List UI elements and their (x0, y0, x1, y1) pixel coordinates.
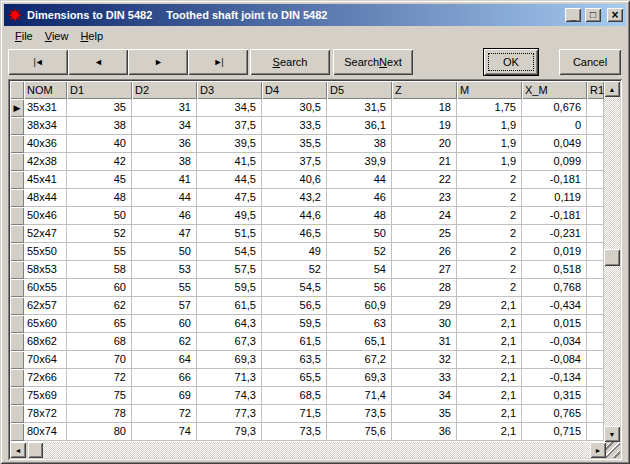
grid-cell[interactable]: 37,5 (262, 153, 327, 171)
row-indicator[interactable] (10, 189, 24, 207)
grid-cell[interactable]: 2 (457, 171, 522, 189)
grid-cell[interactable]: 2,1 (457, 369, 522, 387)
grid-cell[interactable]: 57 (132, 297, 197, 315)
column-header-M[interactable]: M (457, 81, 522, 99)
grid-cell[interactable]: 2,1 (457, 423, 522, 441)
column-header-NOM[interactable]: NOM (24, 81, 67, 99)
grid-cell[interactable]: 38 (327, 135, 392, 153)
grid-cell[interactable]: 38 (132, 153, 197, 171)
grid-cell[interactable]: 45 (67, 171, 132, 189)
grid-cell[interactable]: 60 (132, 315, 197, 333)
grid-cell[interactable]: 61,5 (262, 333, 327, 351)
grid-cell[interactable]: 50 (327, 225, 392, 243)
grid-cell[interactable]: 18 (392, 99, 457, 117)
grid-cell[interactable]: -0,181 (522, 171, 587, 189)
grid-cell[interactable]: -0,084 (522, 351, 587, 369)
ok-button[interactable]: OK (483, 48, 539, 76)
grid-cell[interactable]: 74 (132, 423, 197, 441)
grid-cell[interactable]: 54,5 (197, 243, 262, 261)
grid-cell[interactable]: 68x62 (24, 333, 67, 351)
row-indicator[interactable] (10, 351, 24, 369)
grid-cell[interactable]: 75x69 (24, 387, 67, 405)
grid-cell[interactable]: 20 (392, 135, 457, 153)
column-header-D5[interactable]: D5 (327, 81, 392, 99)
grid-cell[interactable]: 40,6 (262, 171, 327, 189)
grid-cell[interactable]: 30,5 (262, 99, 327, 117)
grid-cell[interactable]: 71,3 (197, 369, 262, 387)
row-indicator[interactable] (10, 387, 24, 405)
grid-cell[interactable]: 2 (457, 261, 522, 279)
grid-cell[interactable] (587, 279, 604, 297)
grid-cell[interactable] (587, 135, 604, 153)
column-header-D2[interactable]: D2 (132, 81, 197, 99)
grid-cell[interactable]: 62x57 (24, 297, 67, 315)
grid-cell[interactable]: 26 (392, 243, 457, 261)
search-button[interactable]: Search (250, 49, 330, 75)
grid-cell[interactable]: 34 (392, 387, 457, 405)
grid-cell[interactable]: 41 (132, 171, 197, 189)
grid-cell[interactable]: 37,5 (197, 117, 262, 135)
grid-cell[interactable]: 0,676 (522, 99, 587, 117)
grid-cell[interactable]: 60,9 (327, 297, 392, 315)
row-indicator[interactable] (10, 261, 24, 279)
title-bar[interactable]: Dimensions to DIN 5482 Toothed shaft joi… (4, 4, 626, 26)
grid-cell[interactable]: 52 (327, 243, 392, 261)
row-indicator[interactable] (10, 117, 24, 135)
grid-cell[interactable] (587, 225, 604, 243)
grid-cell[interactable]: 70 (67, 351, 132, 369)
grid-cell[interactable]: 36,1 (327, 117, 392, 135)
grid-cell[interactable]: 24 (392, 207, 457, 225)
grid-cell[interactable]: -0,134 (522, 369, 587, 387)
grid-cell[interactable]: 66 (132, 369, 197, 387)
grid-cell[interactable]: 0 (522, 117, 587, 135)
grid-cell[interactable]: 68 (67, 333, 132, 351)
grid-cell[interactable]: 77,3 (197, 405, 262, 423)
grid-cell[interactable]: 55 (132, 279, 197, 297)
grid-cell[interactable]: 2,1 (457, 405, 522, 423)
grid-cell[interactable]: 29 (392, 297, 457, 315)
grid-cell[interactable] (587, 387, 604, 405)
grid-cell[interactable]: 21 (392, 153, 457, 171)
grid-cell[interactable]: 72 (132, 405, 197, 423)
grid-cell[interactable]: 78 (67, 405, 132, 423)
grid-cell[interactable]: 75,6 (327, 423, 392, 441)
grid-cell[interactable]: 0,049 (522, 135, 587, 153)
grid-cell[interactable]: 35x31 (24, 99, 67, 117)
horizontal-scroll-track[interactable] (43, 442, 590, 458)
grid-cell[interactable]: 50x46 (24, 207, 67, 225)
grid-cell[interactable]: 56,5 (262, 297, 327, 315)
grid-cell[interactable]: 59,5 (197, 279, 262, 297)
grid-cell[interactable]: 38 (67, 117, 132, 135)
grid-cell[interactable]: 63 (327, 315, 392, 333)
row-indicator[interactable] (10, 423, 24, 441)
grid-cell[interactable] (587, 423, 604, 441)
grid-cell[interactable] (587, 117, 604, 135)
grid-cell[interactable]: 50 (132, 243, 197, 261)
scroll-left-button[interactable]: ◄ (10, 442, 26, 458)
grid-cell[interactable]: 36 (392, 423, 457, 441)
grid-cell[interactable]: 1,9 (457, 153, 522, 171)
minimize-button[interactable]: _ (565, 8, 581, 22)
resize-grip[interactable] (606, 442, 620, 458)
grid-cell[interactable]: 56 (327, 279, 392, 297)
column-header-X_M[interactable]: X_M (522, 81, 587, 99)
grid-cell[interactable]: 48x44 (24, 189, 67, 207)
grid-cell[interactable]: 39,9 (327, 153, 392, 171)
grid-cell[interactable]: 30 (392, 315, 457, 333)
grid-cell[interactable] (587, 99, 604, 117)
grid-cell[interactable]: 64 (132, 351, 197, 369)
row-indicator[interactable] (10, 225, 24, 243)
row-indicator[interactable] (10, 153, 24, 171)
grid-cell[interactable] (587, 351, 604, 369)
grid-cell[interactable]: 39,5 (197, 135, 262, 153)
grid-cell[interactable]: 1,9 (457, 135, 522, 153)
grid-cell[interactable]: 47,5 (197, 189, 262, 207)
grid-cell[interactable]: 54,5 (262, 279, 327, 297)
grid-cell[interactable]: 74,3 (197, 387, 262, 405)
scroll-down-button[interactable]: ▼ (604, 426, 620, 442)
grid-cell[interactable]: 52x47 (24, 225, 67, 243)
grid-cell[interactable]: 2,1 (457, 387, 522, 405)
grid-cell[interactable]: 1,9 (457, 117, 522, 135)
grid-cell[interactable]: 40 (67, 135, 132, 153)
grid-cell[interactable]: 63,5 (262, 351, 327, 369)
